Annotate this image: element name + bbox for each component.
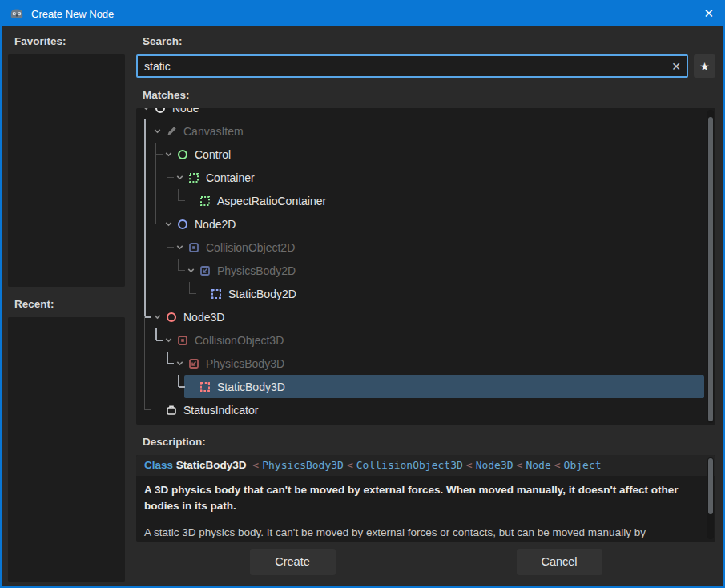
tree-item-Container[interactable]: Container [136,166,715,189]
brush-icon [165,125,178,138]
tree-guide [151,212,162,236]
search-row: ✕ ★ [136,54,715,78]
chevron-down-icon[interactable] [162,212,175,236]
tree-guide [162,375,173,398]
circle-icon [154,108,167,115]
tree-guide [139,189,151,212]
tree-guide [139,236,151,259]
tree-item-StaticBody3D[interactable]: StaticBody3D [136,375,715,398]
circle-icon [176,218,189,231]
recent-list[interactable] [8,317,125,582]
tree-guide [139,212,151,236]
description-scrollbar-thumb[interactable] [708,458,713,514]
title-bar: Create New Node ✕ [2,2,723,26]
tree-guide [173,259,184,282]
class-keyword: Class [144,459,173,471]
tree-guide [151,166,162,189]
chevron-down-icon[interactable] [162,328,175,352]
tree-item-label: AspectRatioContainer [217,195,326,207]
chevron-down-icon[interactable] [139,108,153,119]
godot-logo-icon [10,7,24,20]
clear-search-icon[interactable]: ✕ [671,54,681,78]
chevron-spacer [184,189,198,212]
tree-item-Node3D[interactable]: Node3D [136,305,715,328]
tree-guide [151,352,162,375]
tree-scrollbar[interactable] [707,110,714,423]
dialog-content: Favorites: Recent: Search: ✕ ★ Matches: … [2,26,723,586]
dotted-square-icon [199,195,211,207]
tree-item-label: StaticBody2D [228,288,296,300]
class-hierarchy-header: Class StaticBody3D <PhysicsBody3D<Collis… [136,455,715,476]
inheritance-chain: <PhysicsBody3D<CollisionObject3D<Node3D<… [249,459,601,471]
matches-label: Matches: [143,87,715,103]
create-button[interactable]: Create [250,549,336,575]
chevron-spacer [151,398,164,421]
chevron-down-icon[interactable] [184,259,198,282]
tree-guide [151,375,162,398]
chevron-spacer [184,375,198,398]
circle-icon [176,148,189,161]
tree-item-CanvasItem[interactable]: CanvasItem [136,119,715,143]
class-link[interactable]: PhysicsBody3D [262,459,344,471]
tree-item-Control[interactable]: Control [136,143,715,166]
tree-guide [173,189,184,212]
tree-item-StaticBody2D[interactable]: StaticBody2D [136,282,715,305]
matches-tree: NodeCanvasItemControlContainerAspectRati… [136,108,715,421]
chevron-down-icon[interactable] [151,119,164,143]
tree-item-Node2D[interactable]: Node2D [136,212,715,236]
tree-guide [139,352,151,375]
tree-guide [173,282,184,305]
tree-item-CollisionObject2D[interactable]: CollisionObject2D [136,236,715,259]
description-body: A 3D physics body that can't be moved by… [136,476,715,541]
inherits-separator: < [344,459,356,471]
tree-item-StatusIndicator[interactable]: StatusIndicator [136,398,715,421]
tree-item-label: Node2D [195,218,236,231]
tree-scrollbar-thumb[interactable] [708,117,713,421]
cancel-button[interactable]: Cancel [517,549,602,575]
tree-guide [139,305,151,328]
favorites-label: Favorites: [14,34,125,50]
inherits-separator: < [514,459,526,471]
favorite-toggle-button[interactable]: ★ [694,54,715,78]
chevron-down-icon[interactable] [151,305,164,328]
tree-guide [139,143,151,166]
chevron-down-icon[interactable] [173,166,187,189]
description-panel: Class StaticBody3D <PhysicsBody3D<Collis… [136,455,715,542]
tree-guide [162,259,173,282]
tree-guide [151,236,162,259]
tree-item-CollisionObject3D[interactable]: CollisionObject3D [136,328,715,352]
tree-item-label: Node3D [183,311,224,324]
class-link[interactable]: Node3D [476,459,514,471]
favorites-list[interactable] [8,54,125,287]
chevron-down-icon[interactable] [162,143,175,166]
tree-guide [139,375,151,398]
circle-icon [165,311,178,324]
search-label: Search: [143,34,715,50]
tree-guide [162,236,173,259]
tree-guide [162,189,173,212]
class-link[interactable]: Node [526,459,550,471]
dialog-buttons: Create Cancel [136,542,715,582]
tree-guide [173,375,184,398]
tree-item-PhysicsBody3D[interactable]: PhysicsBody3D [136,352,715,375]
dotted-square-icon [187,171,200,184]
create-new-node-dialog: Create New Node ✕ Favorites: Recent: Sea… [0,0,725,588]
tree-item-PhysicsBody2D[interactable]: PhysicsBody2D [136,259,715,282]
tree-item-AspectRatioContainer[interactable]: AspectRatioContainer [136,189,715,212]
class-link[interactable]: Object [564,459,602,471]
window-title: Create New Node [31,8,114,20]
tree-item-Node[interactable]: Node [136,108,715,119]
description-label: Description: [143,434,715,450]
chevron-down-icon[interactable] [173,352,187,375]
close-icon[interactable]: ✕ [703,2,714,26]
tree-item-label: CollisionObject2D [206,241,295,254]
tree-guide [139,259,151,282]
tree-guide [139,328,151,352]
tree-guide [151,189,162,212]
search-input[interactable] [136,54,688,78]
chevron-down-icon[interactable] [173,236,187,259]
class-link[interactable]: CollisionObject3D [356,459,463,471]
description-scrollbar[interactable] [707,457,714,539]
tree-guide [139,398,151,421]
inherits-separator: < [551,459,564,471]
